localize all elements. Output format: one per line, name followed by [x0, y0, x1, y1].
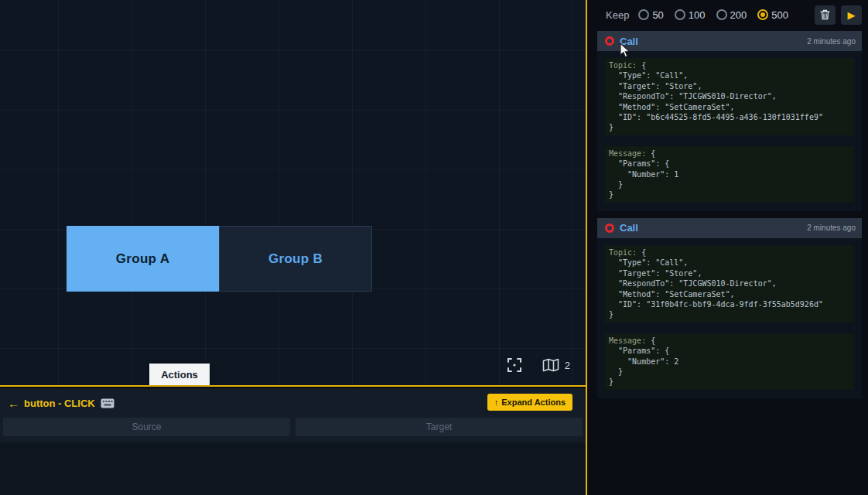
- topic-block: Topic: { "Type": "Call", "Target": "Stor…: [605, 245, 854, 323]
- group-a-label: Group A: [116, 251, 169, 267]
- actions-empty-area: [0, 442, 586, 495]
- trash-icon: [820, 9, 830, 20]
- radio-icon: [757, 9, 768, 20]
- keep-option-label: 500: [771, 9, 788, 21]
- back-arrow[interactable]: ←: [8, 397, 19, 410]
- clear-log-button[interactable]: [815, 5, 836, 25]
- topic-label: Topic:: [609, 61, 637, 70]
- radio-icon: [638, 9, 649, 20]
- message-card[interactable]: Call 2 minutes ago Topic: { "Type": "Cal…: [597, 218, 862, 398]
- canvas-tools: 2: [507, 357, 570, 373]
- app-root: Group A Group B 2: [0, 0, 868, 495]
- message-type-label: Call: [620, 222, 638, 234]
- keep-option-200[interactable]: 200: [716, 9, 747, 21]
- topic-body: { "Type": "Call", "Target": "Store", "Re…: [609, 248, 823, 319]
- scene-canvas[interactable]: Group A Group B 2: [0, 0, 586, 387]
- keep-option-label: 100: [689, 9, 706, 21]
- expand-arrow-icon: ↑: [494, 398, 499, 407]
- map-count: 2: [565, 360, 570, 371]
- actions-panel-inputs: [0, 418, 586, 436]
- group-b-label: Group B: [268, 251, 323, 267]
- expand-actions-button[interactable]: ↑ Expand Actions: [487, 394, 572, 411]
- target-input[interactable]: [296, 418, 583, 436]
- message-card-header[interactable]: Call 2 minutes ago: [597, 31, 862, 51]
- keep-option-100[interactable]: 100: [675, 9, 706, 21]
- expand-actions-label: Expand Actions: [501, 398, 566, 407]
- group-b-button[interactable]: Group B: [219, 226, 372, 292]
- radio-icon: [716, 9, 727, 20]
- fit-view-icon: [507, 357, 522, 373]
- message-label: Message:: [609, 336, 646, 345]
- radio-icon: [675, 9, 685, 20]
- message-card-header[interactable]: Call 2 minutes ago: [597, 218, 862, 238]
- log-panel: Keep 50100200500 ▶ Call 2 minutes ago To…: [587, 0, 868, 495]
- group-a-button[interactable]: Group A: [67, 226, 219, 292]
- message-type-label: Call: [620, 36, 638, 47]
- message-block: Message: { "Params": { "Number": 2 } }: [605, 333, 854, 390]
- keyboard-icon: [101, 398, 114, 408]
- topic-block: Topic: { "Type": "Call", "Target": "Stor…: [605, 58, 854, 135]
- actions-panel-title: button - CLICK: [24, 398, 95, 409]
- call-status-icon: [605, 224, 614, 233]
- keep-option-500[interactable]: 500: [757, 9, 788, 21]
- keep-option-label: 200: [730, 9, 747, 21]
- map-icon: [542, 358, 559, 372]
- message-card[interactable]: Call 2 minutes ago Topic: { "Type": "Cal…: [597, 31, 862, 211]
- play-icon: ▶: [848, 10, 856, 20]
- keep-option-label: 50: [652, 9, 663, 21]
- actions-panel-header: ← button - CLICK ↑ Expand Actions: [0, 388, 586, 418]
- message-label: Message:: [609, 149, 646, 158]
- actions-panel: ← button - CLICK ↑ Expand Actions: [0, 388, 586, 495]
- message-timestamp: 2 minutes ago: [807, 37, 856, 46]
- keep-bar: Keep 50100200500 ▶: [587, 0, 868, 29]
- actions-tab-label: Actions: [161, 369, 198, 381]
- message-card-body: Topic: { "Type": "Call", "Target": "Stor…: [597, 51, 862, 211]
- topic-label: Topic:: [609, 248, 637, 257]
- actions-tab[interactable]: Actions: [149, 364, 210, 385]
- message-block: Message: { "Params": { "Number": 1 } }: [605, 146, 854, 203]
- left-column: Group A Group B 2: [0, 0, 587, 495]
- fit-view-button[interactable]: [507, 357, 522, 373]
- map-button[interactable]: 2: [542, 358, 570, 372]
- message-timestamp: 2 minutes ago: [807, 224, 856, 232]
- keep-options: 50100200500: [638, 9, 788, 21]
- source-input[interactable]: [3, 418, 290, 436]
- play-button[interactable]: ▶: [841, 5, 862, 25]
- call-status-icon: [605, 36, 614, 46]
- message-list: Call 2 minutes ago Topic: { "Type": "Cal…: [587, 29, 868, 398]
- keep-label: Keep: [606, 9, 629, 21]
- keep-option-50[interactable]: 50: [638, 9, 663, 21]
- message-card-body: Topic: { "Type": "Call", "Target": "Stor…: [597, 238, 862, 398]
- topic-body: { "Type": "Call", "Target": "Store", "Re…: [609, 61, 823, 131]
